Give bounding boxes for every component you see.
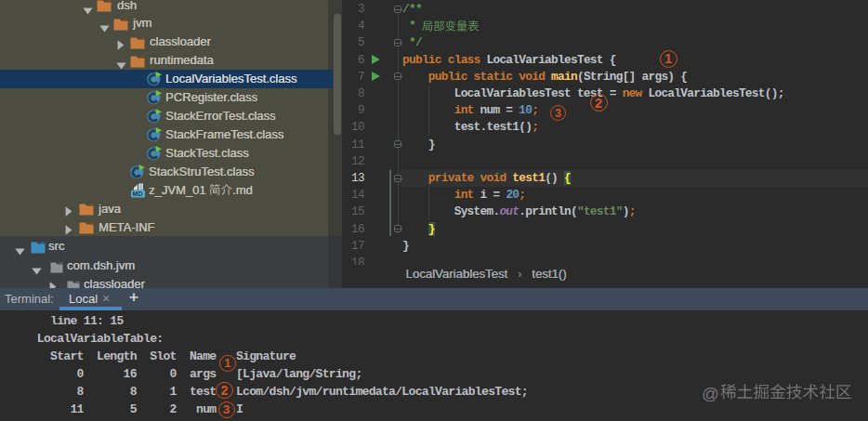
svg-text:MD: MD xyxy=(133,191,143,197)
